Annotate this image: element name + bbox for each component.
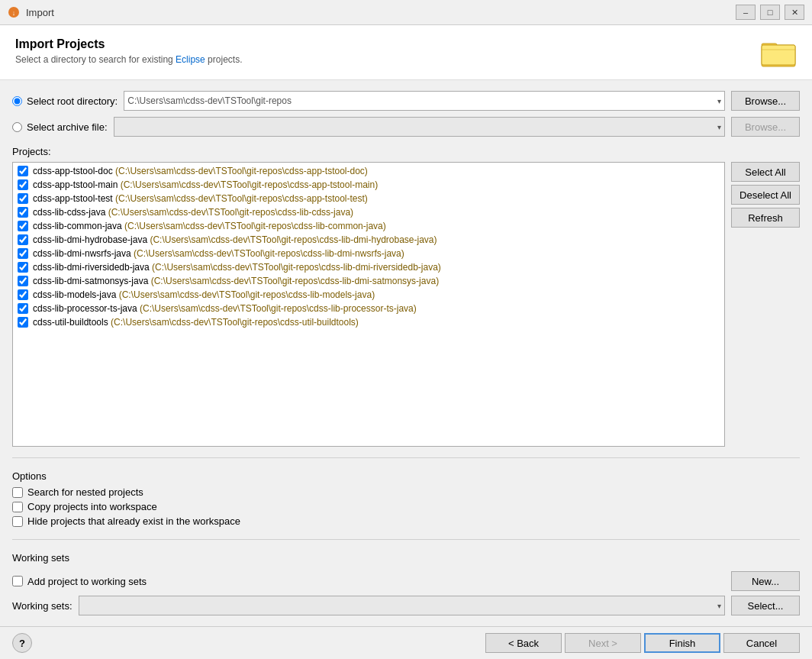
project-text-4: cdss-lib-common-java (C:\Users\sam\cdss-… <box>33 221 386 231</box>
root-directory-row: Select root directory: C:\Users\sam\cdss… <box>12 91 800 111</box>
archive-browse-button: Browse... <box>731 117 800 137</box>
projects-buttons: Select All Deselect All Refresh <box>731 162 800 447</box>
project-item[interactable]: cdss-lib-dmi-satmonsys-java (C:\Users\sa… <box>13 274 724 288</box>
options-divider <box>12 457 800 458</box>
project-checkbox-7[interactable] <box>18 262 28 273</box>
finish-button[interactable]: Finish <box>644 633 720 653</box>
hide-projects-label: Hide projects that already exist in the … <box>27 515 240 527</box>
project-text-11: cdss-util-buildtools (C:\Users\sam\cdss-… <box>33 317 359 328</box>
header-section: Import Projects Select a directory to se… <box>0 25 812 80</box>
cancel-button[interactable]: Cancel <box>723 633 800 653</box>
project-checkbox-3[interactable] <box>18 207 28 218</box>
main-body: Select root directory: C:\Users\sam\cdss… <box>0 80 812 626</box>
projects-list[interactable]: cdss-app-tstool-doc (C:\Users\sam\cdss-d… <box>12 162 725 447</box>
projects-section: cdss-app-tstool-doc (C:\Users\sam\cdss-d… <box>12 162 800 447</box>
nested-projects-row: Search for nested projects <box>12 485 800 499</box>
minimize-button[interactable]: – <box>736 5 756 20</box>
project-item[interactable]: cdss-lib-common-java (C:\Users\sam\cdss-… <box>13 219 724 233</box>
project-text-2: cdss-app-tstool-test (C:\Users\sam\cdss-… <box>33 193 368 204</box>
project-checkbox-9[interactable] <box>18 289 28 300</box>
project-item[interactable]: cdss-lib-dmi-riversidedb-java (C:\Users\… <box>13 260 724 274</box>
deselect-all-button[interactable]: Deselect All <box>731 185 800 205</box>
hide-projects-row: Hide projects that already exist in the … <box>12 514 800 528</box>
root-directory-radio-label[interactable]: Select root directory: <box>12 95 118 107</box>
project-item[interactable]: cdss-lib-dmi-nwsrfs-java (C:\Users\sam\c… <box>13 247 724 260</box>
window-title: Import <box>26 7 54 18</box>
working-sets-input-row: Working sets: ▾ Select... <box>12 596 800 615</box>
svg-rect-4 <box>762 45 795 65</box>
project-checkbox-4[interactable] <box>18 221 28 231</box>
project-text-8: cdss-lib-dmi-satmonsys-java (C:\Users\sa… <box>33 276 439 286</box>
archive-file-arrow: ▾ <box>717 123 721 131</box>
folder-icon <box>760 37 797 70</box>
working-sets-combo: ▾ <box>79 596 725 615</box>
archive-file-radio-label[interactable]: Select archive file: <box>12 121 108 133</box>
project-item[interactable]: cdss-app-tstool-test (C:\Users\sam\cdss-… <box>13 192 724 205</box>
new-working-set-button[interactable]: New... <box>731 571 800 591</box>
root-directory-radio[interactable] <box>12 96 22 106</box>
options-section: Options Search for nested projects Copy … <box>12 470 800 528</box>
project-text-0: cdss-app-tstool-doc (C:\Users\sam\cdss-d… <box>33 166 368 176</box>
eclipse-link[interactable]: Eclipse <box>176 54 205 65</box>
project-text-10: cdss-lib-processor-ts-java (C:\Users\sam… <box>33 303 417 314</box>
project-checkbox-10[interactable] <box>18 303 28 314</box>
options-label: Options <box>12 470 800 482</box>
archive-file-combo: ▾ <box>114 117 726 137</box>
working-sets-label: Working sets <box>12 552 69 564</box>
project-checkbox-5[interactable] <box>18 234 28 245</box>
hide-projects-checkbox[interactable] <box>12 516 23 527</box>
project-item[interactable]: cdss-app-tstool-main (C:\Users\sam\cdss-… <box>13 178 724 192</box>
svg-text:↓: ↓ <box>12 9 16 17</box>
close-button[interactable]: ✕ <box>785 5 804 20</box>
project-checkbox-1[interactable] <box>18 179 28 190</box>
copy-projects-row: Copy projects into workspace <box>12 499 800 514</box>
project-item[interactable]: cdss-lib-models-java (C:\Users\sam\cdss-… <box>13 288 724 302</box>
nested-projects-checkbox[interactable] <box>12 487 23 498</box>
back-button[interactable]: < Back <box>485 633 562 653</box>
working-sets-section: Working sets Add project to working sets… <box>12 552 800 615</box>
copy-projects-checkbox[interactable] <box>12 502 23 512</box>
projects-label: Projects: <box>12 146 800 157</box>
page-title: Import Projects <box>15 37 242 51</box>
root-browse-button[interactable]: Browse... <box>731 91 800 111</box>
project-checkbox-2[interactable] <box>18 193 28 204</box>
footer-buttons: < Back Next > Finish Cancel <box>485 633 800 653</box>
root-directory-combo[interactable]: C:\Users\sam\cdss-dev\TSTool\git-repos ▾ <box>124 91 725 111</box>
archive-file-radio[interactable] <box>12 122 22 132</box>
next-button[interactable]: Next > <box>565 633 641 653</box>
project-text-1: cdss-app-tstool-main (C:\Users\sam\cdss-… <box>33 179 378 190</box>
footer-bar: ? < Back Next > Finish Cancel <box>0 626 812 659</box>
project-checkbox-8[interactable] <box>18 276 28 286</box>
project-text-6: cdss-lib-dmi-nwsrfs-java (C:\Users\sam\c… <box>33 248 404 259</box>
page-description: Select a directory to search for existin… <box>15 54 242 65</box>
project-checkbox-11[interactable] <box>18 317 28 328</box>
add-working-set-checkbox[interactable] <box>12 576 23 586</box>
refresh-button[interactable]: Refresh <box>731 208 800 228</box>
select-all-button[interactable]: Select All <box>731 162 800 182</box>
title-bar: ↓ Import – □ ✕ <box>0 0 812 25</box>
app-icon: ↓ <box>8 6 20 18</box>
project-item[interactable]: cdss-app-tstool-doc (C:\Users\sam\cdss-d… <box>13 164 724 178</box>
project-checkbox-0[interactable] <box>18 166 28 176</box>
working-sets-field-label: Working sets: <box>12 600 72 612</box>
working-sets-arrow: ▾ <box>717 602 721 610</box>
working-sets-divider <box>12 539 800 540</box>
help-button[interactable]: ? <box>12 633 32 653</box>
project-text-7: cdss-lib-dmi-riversidedb-java (C:\Users\… <box>33 262 441 273</box>
project-item[interactable]: cdss-lib-processor-ts-java (C:\Users\sam… <box>13 302 724 315</box>
project-item[interactable]: cdss-util-buildtools (C:\Users\sam\cdss-… <box>13 315 724 329</box>
copy-projects-label: Copy projects into workspace <box>27 501 157 512</box>
maximize-button[interactable]: □ <box>760 5 780 20</box>
project-checkbox-6[interactable] <box>18 248 28 259</box>
add-working-set-label: Add project to working sets <box>27 576 147 587</box>
archive-file-row: Select archive file: ▾ Browse... <box>12 117 800 137</box>
root-directory-value: C:\Users\sam\cdss-dev\TSTool\git-repos <box>127 95 717 106</box>
project-text-9: cdss-lib-models-java (C:\Users\sam\cdss-… <box>33 289 375 300</box>
project-item[interactable]: cdss-lib-cdss-java (C:\Users\sam\cdss-de… <box>13 205 724 219</box>
add-working-set-row: Add project to working sets New... <box>12 570 800 593</box>
project-text-5: cdss-lib-dmi-hydrobase-java (C:\Users\sa… <box>33 234 437 245</box>
project-item[interactable]: cdss-lib-dmi-hydrobase-java (C:\Users\sa… <box>13 233 724 247</box>
nested-projects-label: Search for nested projects <box>27 486 143 498</box>
select-working-set-button[interactable]: Select... <box>731 596 800 615</box>
project-text-3: cdss-lib-cdss-java (C:\Users\sam\cdss-de… <box>33 207 353 218</box>
